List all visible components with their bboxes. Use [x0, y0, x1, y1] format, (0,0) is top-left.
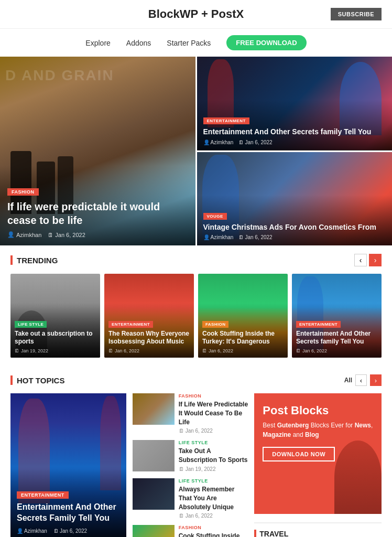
hero-card1-overlay: ENTERTAINMENT Entertainment And Other Se…	[197, 100, 393, 150]
user-icon: 👤	[7, 231, 15, 238]
trending-header: TRENDING ‹ ›	[10, 254, 382, 266]
hero-card1-badge: ENTERTAINMENT	[203, 117, 249, 124]
hot-thumb-0	[133, 393, 175, 425]
hot-topics-accent	[10, 375, 13, 385]
nav-starter-packs[interactable]: Starter Packs	[167, 39, 211, 47]
hot-next-button[interactable]: ›	[370, 374, 382, 386]
header: BlockWP + PostX SUBSCRIBE	[0, 0, 392, 29]
hot-prev-button[interactable]: ‹	[355, 374, 367, 386]
trending-card-2[interactable]: FASHION Cook Stuffing Inside the Turkey:…	[198, 274, 288, 358]
hero-right-column: ENTERTAINMENT Entertainment And Other Se…	[197, 57, 393, 245]
hero-card2-meta: 👤Azimkhan 🗓Jan 6, 2022	[203, 234, 386, 240]
hot-list-title-2: Always Remember That You Are Absolutely …	[179, 485, 248, 511]
trending-overlay-2: FASHION Cook Stuffing Inside the Turkey:…	[198, 303, 288, 358]
hot-list-badge-3: FASHION	[179, 525, 248, 530]
hot-list-badge-1: LIFE STYLE	[179, 440, 248, 445]
nav-addons[interactable]: Addons	[126, 39, 151, 47]
trending-title: TRENDING	[10, 255, 58, 265]
hot-main-title: Entertainment And Other Secrets Family T…	[17, 502, 120, 524]
hero-card2-title: Vintage Christmas Ads For Avon Cosmetics…	[203, 222, 386, 232]
travel-accent	[254, 530, 256, 537]
site-title: BlockWP + PostX	[148, 7, 244, 21]
hot-topics-header: HOT TOPICS All ‹ ›	[10, 366, 382, 386]
hero-main-meta: 👤Azimkhan 🗓Jan 6, 2022	[7, 231, 188, 238]
trending-badge-0: LIFE STYLE	[15, 321, 47, 328]
free-download-button[interactable]: FREE DOWNLOAD	[226, 35, 306, 50]
hot-list-content-2: LIFE STYLE Always Remember That You Are …	[179, 478, 248, 519]
trending-title-2: Cook Stuffing Inside the Turkey: It's Da…	[202, 330, 284, 346]
ad-person-figure	[334, 441, 382, 514]
trending-badge-3: ENTERTAINMENT	[296, 321, 341, 328]
hero-card-2[interactable]: VOUGE Vintage Christmas Ads For Avon Cos…	[197, 152, 393, 246]
trending-date-1: 🗓Jan 6, 2022	[108, 348, 190, 353]
ad-subtitle: Best Gutenberg Blocks Ever for News, Mag…	[263, 421, 373, 439]
subscribe-button[interactable]: SUBSCRIBE	[331, 8, 382, 20]
hot-filter-all[interactable]: All	[344, 377, 352, 384]
hot-thumb-2	[133, 478, 175, 510]
trending-card-0[interactable]: LIFE STYLE Take out a subscription to sp…	[10, 274, 100, 358]
hot-list-item-3[interactable]: FASHION Cook Stuffing Inside The Turkey:…	[133, 525, 248, 537]
hero-card1-meta: 👤Azimkhan 🗓Jan 6, 2022	[203, 139, 386, 145]
hot-list-badge-0: FASHION	[179, 393, 248, 399]
hero-main-author: 👤Azimkhan	[7, 231, 41, 238]
hero-main-date: 🗓Jan 6, 2022	[48, 232, 85, 238]
hero-grid: D AND GRAIN FASHION If life were predict…	[0, 57, 392, 245]
trending-overlay-3: ENTERTAINMENT Entertainment And Other Se…	[292, 303, 382, 358]
hot-thumb-1	[133, 440, 175, 471]
trending-nav-arrows: ‹ ›	[354, 254, 382, 266]
hot-thumb-3	[133, 525, 175, 537]
hot-list-title-3: Cook Stuffing Inside The Turkey: It's Da…	[179, 532, 248, 537]
trending-next-button[interactable]: ›	[369, 254, 382, 266]
hot-list-item-1[interactable]: LIFE STYLE Take Out A Subscription To Sp…	[133, 440, 248, 472]
trending-grid: LIFE STYLE Take out a subscription to sp…	[10, 274, 382, 358]
hero-main-title: If life were predictable it would cease …	[7, 200, 188, 227]
hot-list-badge-2: LIFE STYLE	[179, 478, 248, 484]
hot-main-overlay: ENTERTAINMENT Entertainment And Other Se…	[10, 469, 126, 537]
trending-date-3: 🗓Jan 6, 2022	[296, 348, 377, 353]
hero-main-card[interactable]: D AND GRAIN FASHION If life were predict…	[0, 57, 195, 245]
hot-list-date-1: 🗓Jan 19, 2022	[179, 466, 248, 472]
cal-icon: 🗓	[48, 232, 53, 238]
hot-list-content-1: LIFE STYLE Take Out A Subscription To Sp…	[179, 440, 248, 472]
hero-card1-title: Entertainment And Other Secrets family T…	[203, 127, 386, 136]
hot-topics-grid: ENTERTAINMENT Entertainment And Other Se…	[10, 393, 382, 537]
hot-list-item-2[interactable]: LIFE STYLE Always Remember That You Are …	[133, 478, 248, 519]
nav-explore[interactable]: Explore	[85, 39, 110, 47]
trending-overlay-1: ENTERTAINMENT The Reason Why Everyone Is…	[104, 303, 194, 358]
hero-card2-badge: VOUGE	[203, 213, 227, 220]
hot-topics-title: HOT TOPICS	[10, 375, 64, 385]
hero-card2-author: 👤Azimkhan	[203, 234, 234, 240]
trending-badge-1: ENTERTAINMENT	[108, 321, 153, 328]
hot-main-date: 🗓Jan 6, 2022	[53, 528, 87, 534]
hot-main-author: 👤Azimkhan	[17, 528, 47, 534]
hot-list-title-0: If Life Were Predictable It Would Cease …	[179, 400, 248, 426]
trending-card-1[interactable]: ENTERTAINMENT The Reason Why Everyone Is…	[104, 274, 194, 358]
hero-card-1[interactable]: ENTERTAINMENT Entertainment And Other Se…	[197, 57, 393, 151]
trending-date-0: 🗓Jan 19, 2022	[15, 348, 96, 353]
hero-card2-date: 🗓Jan 6, 2022	[238, 234, 272, 240]
trending-prev-button[interactable]: ‹	[354, 254, 367, 266]
hero-card1-date: 🗓Jan 6, 2022	[238, 139, 272, 145]
trending-title-0: Take out a subscription to sports	[15, 330, 96, 346]
trending-badge-2: FASHION	[202, 321, 228, 328]
hot-list: FASHION If Life Were Predictable It Woul…	[133, 393, 248, 537]
trending-title-accent	[10, 255, 13, 265]
hot-list-date-2: 🗓Jan 6, 2022	[179, 513, 248, 519]
hot-main-badge: ENTERTAINMENT	[17, 491, 69, 499]
hot-main-card[interactable]: ENTERTAINMENT Entertainment And Other Se…	[10, 393, 126, 537]
hot-topics-section: HOT TOPICS All ‹ › ENTERTAINMENT Enterta…	[0, 366, 392, 537]
ad-banner: Post Blocks Best Gutenberg Blocks Ever f…	[254, 393, 382, 514]
hero-main-badge: FASHION	[7, 188, 39, 196]
travel-header: TRAVEL	[254, 530, 382, 537]
hot-topics-filter: All ‹ ›	[344, 374, 382, 386]
trending-title-1: The Reason Why Everyone Isobsessing Abou…	[108, 330, 190, 346]
travel-section: TRAVEL ENTERTAINMENT When You're Riding,…	[254, 522, 382, 537]
hero-card1-author: 👤Azimkhan	[203, 139, 234, 145]
trending-date-2: 🗓Jan 6, 2022	[202, 348, 284, 353]
hot-list-item-0[interactable]: FASHION If Life Were Predictable It Woul…	[133, 393, 248, 434]
trending-card-3[interactable]: ENTERTAINMENT Entertainment And Other Se…	[292, 274, 382, 358]
trending-overlay-0: LIFE STYLE Take out a subscription to sp…	[10, 303, 100, 358]
hot-list-date-0: 🗓Jan 6, 2022	[179, 428, 248, 434]
ad-download-button[interactable]: DOWNLOAD NOW	[263, 447, 335, 461]
trending-title-3: Entertainment And Other Secrets family T…	[296, 330, 377, 346]
